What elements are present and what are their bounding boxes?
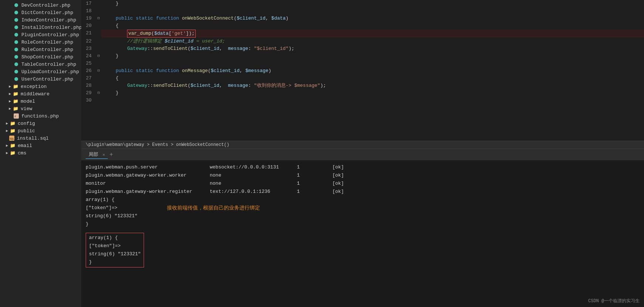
php-file-icon: [13, 76, 19, 82]
sidebar-folder-exception[interactable]: ▶ 📁 exception: [0, 83, 81, 90]
code-line-18: 18: [81, 7, 644, 15]
terminal-header: 局部 ✕ +: [81, 149, 644, 160]
php-file-icon: [13, 10, 19, 16]
sidebar-item-usercontroller[interactable]: UserController.php: [0, 75, 81, 83]
folder-icon: 📁: [13, 91, 18, 97]
sidebar-item-installsql[interactable]: SQL install.sql: [0, 134, 81, 142]
svg-text:SQL: SQL: [10, 137, 14, 140]
code-line-24: 24 ⊟ }: [81, 52, 644, 60]
sidebar-item-shopcontroller[interactable]: ShopController.php: [0, 53, 81, 61]
folder-icon: 📁: [10, 150, 16, 156]
service-row-2: monitor none 1 [ok]: [86, 180, 640, 188]
sidebar-folder-model[interactable]: ▶ 📁 model: [0, 98, 81, 105]
sidebar-folder-view[interactable]: ▶ 📁 view: [0, 105, 81, 112]
php-file-icon: [13, 32, 19, 38]
php-file-icon: [13, 39, 19, 45]
code-line-23: 23 Gateway::sendToClient($client_id, mes…: [81, 45, 644, 52]
php-file-icon: [13, 69, 19, 75]
code-line-26: 26 ⊟ public static function onMessage($c…: [81, 67, 644, 75]
breadcrumb: \plugin\webman\gateway > Events > onWebS…: [86, 142, 229, 147]
code-line-25: 25: [81, 60, 644, 67]
service-row-0: plugin.webman.push.server websocket://0.…: [86, 163, 640, 171]
code-line-29: 29 ⊟ }: [81, 89, 644, 97]
array-output-1: array(1) { ["token"]=> string(6) "123321…: [86, 196, 137, 228]
main-area: DevController.php DictController.php Ind…: [0, 0, 644, 307]
php-file-icon: [13, 54, 19, 60]
new-terminal-button[interactable]: +: [109, 151, 113, 158]
sidebar: DevController.php DictController.php Ind…: [0, 0, 81, 307]
service-row-1: plugin.webman.gateway-worker.worker none…: [86, 171, 640, 180]
annotation-text: 接收前端传值，根据自己的业务进行绑定: [167, 205, 260, 211]
php-file-icon: [13, 61, 19, 67]
sidebar-item-uploadcontroller[interactable]: UploadController.php: [0, 68, 81, 75]
terminal[interactable]: plugin.webman.push.server websocket://0.…: [81, 160, 644, 307]
php-file-icon: [13, 47, 19, 52]
code-editor[interactable]: 17 } 18 19 ⊟ public static function onWe…: [81, 0, 644, 141]
php-file-icon: [13, 17, 19, 23]
folder-icon: 📁: [13, 83, 18, 89]
sql-file-icon: SQL: [9, 135, 15, 141]
sidebar-item-functions[interactable]: f functions.php: [0, 112, 81, 120]
code-line-21: 21 var_dump($data['get']);: [81, 30, 644, 38]
sidebar-item-rulecontroller[interactable]: RuleController.php: [0, 46, 81, 53]
sidebar-item-devcontroller[interactable]: DevController.php: [0, 1, 81, 9]
code-line-17: 17 }: [81, 0, 644, 7]
boxed-array-output: array(1) { ["token"]=> string(6) "123321…: [86, 233, 144, 267]
code-line-27: 27 {: [81, 75, 644, 82]
boxed-array-container: array(1) { ["token"]=> string(6) "123321…: [86, 231, 640, 267]
editor-area: 17 } 18 19 ⊟ public static function onWe…: [81, 0, 644, 307]
code-line-19: 19 ⊟ public static function onWebSocketC…: [81, 15, 644, 22]
sidebar-folder-email[interactable]: ▶ 📁 email: [0, 142, 81, 149]
code-line-22: 22 //进行逻辑绑定 $client_id = user_id;: [81, 38, 644, 45]
code-lines: 17 } 18 19 ⊟ public static function onWe…: [81, 0, 644, 104]
folder-icon: 📁: [10, 120, 16, 126]
folder-icon: 📁: [13, 98, 18, 104]
sidebar-item-rolecontroller[interactable]: RoleController.php: [0, 38, 81, 46]
sidebar-folder-middleware[interactable]: ▶ 📁 middleware: [0, 90, 81, 98]
bottom-split: array(1) { ["token"]=> string(6) "123321…: [86, 196, 640, 228]
php-file-icon: [13, 2, 19, 8]
terminal-tab[interactable]: 局部 ✕: [86, 150, 108, 159]
code-line-30: 30: [81, 97, 644, 104]
sidebar-item-tablecontroller[interactable]: TableController.php: [0, 61, 81, 68]
watermark: CSDN @一个临漂的实习生: [588, 298, 640, 304]
service-row-3: plugin.webman.gateway-worker.register te…: [86, 188, 640, 196]
folder-icon: 📁: [13, 106, 18, 112]
svg-text:f: f: [14, 115, 16, 118]
breadcrumb-bar: \plugin\webman\gateway > Events > onWebS…: [81, 141, 644, 149]
folder-icon: 📁: [10, 143, 16, 149]
sidebar-folder-cms[interactable]: ▶ 📁 cms: [0, 149, 81, 157]
sidebar-item-installcontroller[interactable]: InstallController.php: [0, 24, 81, 31]
code-line-20: 20 {: [81, 22, 644, 30]
sidebar-item-dictcontroller[interactable]: DictController.php: [0, 9, 81, 16]
php-file-icon: [13, 24, 19, 30]
functions-file-icon: f: [13, 113, 19, 119]
sidebar-item-plugincontroller[interactable]: PluginController.php: [0, 31, 81, 38]
sidebar-item-indexcontroller[interactable]: IndexController.php: [0, 16, 81, 24]
code-line-28: 28 Gateway::sendToClient($client_id, mes…: [81, 82, 644, 89]
annotation-area: 接收前端传值，根据自己的业务进行绑定: [167, 196, 260, 211]
tab-close-icon[interactable]: ✕: [103, 153, 105, 157]
folder-icon: 📁: [10, 128, 16, 134]
sidebar-folder-config[interactable]: ▶ 📁 config: [0, 120, 81, 127]
sidebar-folder-public[interactable]: ▶ 📁 public: [0, 127, 81, 134]
